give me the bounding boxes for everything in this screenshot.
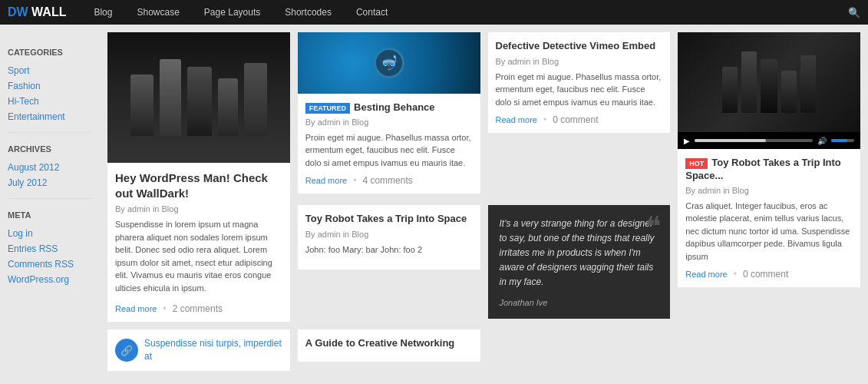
post-walldark-body: Hey WordPress Man! Check out WallDark! B…	[107, 163, 290, 322]
progress-bar[interactable]	[695, 139, 813, 142]
sep7: •	[734, 269, 737, 280]
post-video-comments[interactable]: 0 comment	[743, 269, 788, 280]
logo-dw: DW	[8, 5, 28, 18]
post-walldark: Hey WordPress Man! Check out WallDark! B…	[107, 32, 290, 322]
post-defective-body: Defective Detective Vimeo Embed By admin…	[488, 32, 671, 133]
post-besting-comments[interactable]: 4 comments	[362, 175, 412, 186]
sep3: •	[543, 114, 546, 125]
post-video-excerpt: Cras aliquet. Integer faucibus, eros ac …	[685, 200, 853, 263]
featured-badge: FEATURED	[305, 103, 350, 114]
sep2: •	[353, 175, 356, 186]
search-icon[interactable]: 🔍	[848, 7, 860, 18]
post-defective-comments[interactable]: 0 comment	[553, 114, 598, 125]
hot-badge: HOT	[685, 158, 708, 169]
nav-showcase[interactable]: Showcase	[124, 0, 191, 25]
link-icon: 🔗	[115, 339, 138, 362]
sidebar-item-fashion[interactable]: Fashion	[8, 78, 92, 94]
main-nav: Blog Showcase Page Layouts Shortcodes Co…	[81, 0, 400, 25]
post-guide-body: A Guide to Creative Networking	[298, 329, 480, 362]
sidebar-divider-1	[8, 132, 92, 133]
content-grid: Hey WordPress Man! Check out WallDark! B…	[100, 25, 868, 379]
post-video-body: HOTToy Robot Takes a Trip Into Space... …	[678, 149, 860, 287]
nav-page-layouts[interactable]: Page Layouts	[192, 0, 272, 25]
sidebar-item-entertainment[interactable]: Entertainment	[8, 109, 92, 124]
post-defective-meta: By admin in Blog	[496, 57, 663, 66]
post-robot: Toy Robot Takes a Trip Into Space By adm…	[298, 205, 480, 270]
nav-contact[interactable]: Contact	[344, 0, 400, 25]
volume-icon: 🔊	[817, 137, 827, 145]
sidebar-archive-aug[interactable]: August 2012	[8, 160, 92, 175]
post-robot-excerpt: John: foo Mary: bar John: foo 2	[305, 243, 473, 257]
post-walldark-comments[interactable]: 2 comments	[173, 303, 223, 314]
post-walldark-readmore[interactable]: Read more	[115, 304, 157, 313]
sidebar-meta-wp[interactable]: WordPress.org	[8, 272, 92, 287]
post-besting-readmore[interactable]: Read more	[305, 176, 347, 185]
play-button[interactable]: ▶	[684, 137, 690, 145]
post-video-readmore[interactable]: Read more	[685, 270, 727, 279]
logo-wall: WALL	[31, 5, 66, 18]
video-thumbnail: ▶ 🔊	[678, 32, 860, 149]
post-walldark-meta: By admin in Blog	[115, 204, 282, 214]
quote-text: It's a very strange thing for a designer…	[500, 217, 659, 290]
post-guide-title: A Guide to Creative Networking	[305, 337, 473, 350]
quote-card: ❝ It's a very strange thing for a design…	[488, 205, 671, 319]
video-controls: ▶ 🔊	[678, 132, 860, 149]
post-robot-title: Toy Robot Takes a Trip Into Space	[305, 213, 473, 226]
post-besting-meta: By admin in Blog	[305, 118, 473, 127]
post-robot-meta: By admin in Blog	[305, 230, 473, 239]
post-defective-readmore[interactable]: Read more	[496, 115, 537, 124]
quote-author: Jonathan Ive	[500, 298, 659, 307]
post-besting-title: Besting Behance	[354, 101, 434, 113]
post-guide: A Guide to Creative Networking	[298, 329, 480, 362]
sidebar: CATEGORIES Sport Fashion Hi-Tech Enterta…	[0, 25, 100, 379]
sidebar-meta-comments[interactable]: Comments RSS	[8, 257, 92, 272]
link-card: 🔗 Suspendisse nisi turpis, imperdiet at	[107, 329, 290, 371]
nav-blog[interactable]: Blog	[81, 0, 124, 25]
post-walldark-separator: •	[163, 303, 166, 314]
quote-mark: ❝	[646, 213, 661, 240]
sidebar-divider-2	[8, 198, 92, 199]
post-video: ▶ 🔊 HOTToy Robot Takes a Trip Into Space…	[678, 32, 860, 287]
post-defective-excerpt: Proin eget mi augue. Phasellus massa ort…	[496, 71, 663, 109]
meta-title: META	[8, 210, 92, 220]
sidebar-meta-entries[interactable]: Entries RSS	[8, 241, 92, 257]
post-besting: 🤿 FEATUREDBesting Behance By admin in Bl…	[298, 32, 480, 194]
nav-shortcodes[interactable]: Shortcodes	[272, 0, 344, 25]
post-defective-title: Defective Detective Vimeo Embed	[496, 40, 663, 53]
header: DW WALL Blog Showcase Page Layouts Short…	[0, 0, 868, 25]
post-walldark-title: Hey WordPress Man! Check out WallDark!	[115, 170, 282, 200]
post-robot-body: Toy Robot Takes a Trip Into Space By adm…	[298, 205, 480, 270]
sidebar-meta-login[interactable]: Log in	[8, 226, 92, 241]
post-defective: Defective Detective Vimeo Embed By admin…	[488, 32, 671, 133]
sidebar-item-sport[interactable]: Sport	[8, 63, 92, 78]
sidebar-archive-jul[interactable]: July 2012	[8, 175, 92, 190]
categories-title: CATEGORIES	[8, 48, 92, 57]
archives-title: ARCHIVES	[8, 144, 92, 154]
post-besting-excerpt: Proin eget mi augue. Phasellus massa ort…	[305, 131, 473, 170]
post-video-title: Toy Robot Takes a Trip Into Space...	[685, 157, 841, 181]
sidebar-item-hitech[interactable]: Hi-Tech	[8, 94, 92, 109]
post-besting-body: FEATUREDBesting Behance By admin in Blog…	[298, 94, 480, 194]
volume-bar[interactable]	[831, 139, 854, 142]
site-logo[interactable]: DW WALL	[8, 5, 66, 19]
post-video-meta: By admin in Blog	[685, 186, 853, 195]
link-card-text[interactable]: Suspendisse nisi turpis, imperdiet at	[144, 337, 282, 363]
main-wrap: CATEGORIES Sport Fashion Hi-Tech Enterta…	[0, 25, 868, 379]
post-walldark-excerpt: Suspendisse in lorem ipsum ut magna phar…	[115, 218, 282, 294]
